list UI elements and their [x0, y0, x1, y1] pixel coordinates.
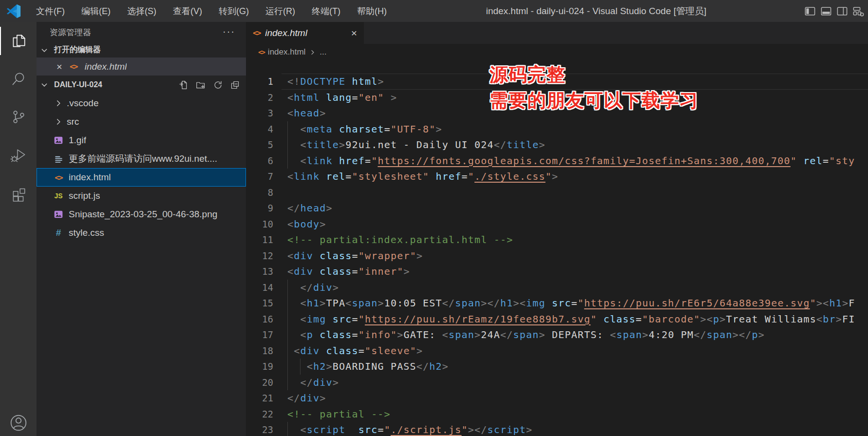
line-content: </div> — [282, 390, 868, 406]
code-line-19[interactable]: 19 <h2>BOARDING PASS</h2> — [246, 359, 868, 375]
line-number[interactable]: 14 — [246, 282, 282, 293]
line-number[interactable]: 13 — [246, 266, 282, 277]
line-number[interactable]: 2 — [246, 92, 282, 103]
run-debug-icon[interactable] — [0, 136, 37, 174]
line-number[interactable]: 21 — [246, 393, 282, 403]
line-content: <h1>TPA<span>10:05 EST</span></h1><img s… — [282, 295, 868, 311]
line-number[interactable]: 12 — [246, 250, 282, 261]
tree-item-1.gif[interactable]: 1.gif — [37, 131, 246, 150]
tree-item-index.html[interactable]: <>index.html — [37, 168, 246, 187]
code-line-23[interactable]: 23 <script src="./script.js"></script> — [246, 422, 868, 436]
line-number[interactable]: 9 — [246, 203, 282, 213]
open-editors-section[interactable]: 打开的编辑器 — [37, 42, 246, 57]
account-icon[interactable] — [0, 404, 37, 436]
code-line-20[interactable]: 20 </div> — [246, 375, 868, 391]
line-number[interactable]: 23 — [246, 424, 282, 435]
line-number[interactable]: 8 — [246, 187, 282, 198]
search-icon[interactable] — [0, 60, 37, 98]
code-line-22[interactable]: 22<!-- partial --> — [246, 406, 868, 422]
tab-strip: <> index.html × — [246, 22, 868, 44]
code-line-14[interactable]: 14 </div> — [246, 280, 868, 296]
code-line-11[interactable]: 11<!-- partial:index.partial.html --> — [246, 232, 868, 248]
code-line-9[interactable]: 9</head> — [246, 200, 868, 216]
code-editor[interactable]: 1<!DOCTYPE html>2<html lang="en" >3<head… — [246, 60, 868, 436]
code-line-12[interactable]: 12<div class="wrapper"> — [246, 248, 868, 264]
customize-layout-icon[interactable] — [852, 5, 864, 17]
menu-file[interactable]: 文件(F) — [29, 2, 72, 20]
extensions-icon[interactable] — [0, 174, 37, 212]
menu-view[interactable]: 查看(V) — [166, 2, 209, 20]
line-number[interactable]: 15 — [246, 298, 282, 308]
new-file-icon[interactable] — [178, 79, 189, 90]
line-number[interactable]: 5 — [246, 139, 282, 150]
code-line-18[interactable]: 18 <div class="sleeve"> — [246, 343, 868, 359]
line-number[interactable]: 18 — [246, 345, 282, 356]
toggle-sidebar-icon[interactable] — [804, 5, 816, 17]
tab-close-icon[interactable]: × — [351, 28, 357, 38]
tree-item-style.css[interactable]: #style.css — [37, 224, 246, 242]
menu-run[interactable]: 运行(R) — [258, 2, 302, 20]
tree-item-snipaste-2023-03-25-00-46-38.png[interactable]: Snipaste_2023-03-25_00-46-38.png — [37, 205, 246, 224]
code-line-17[interactable]: 17 <p class="info">GATE: <span>24A</span… — [246, 327, 868, 343]
project-label: DAILY-UI-024 — [54, 80, 102, 89]
breadcrumb-file[interactable]: index.html — [268, 47, 305, 57]
new-folder-icon[interactable] — [195, 79, 206, 90]
open-editor-label: index.html — [85, 61, 127, 72]
line-number[interactable]: 4 — [246, 124, 282, 134]
menu-edit[interactable]: 编辑(E) — [74, 2, 118, 20]
menu-goto[interactable]: 转到(G) — [211, 2, 256, 20]
code-line-4[interactable]: 4 <meta charset="UTF-8"> — [246, 121, 868, 137]
code-line-21[interactable]: 21</div> — [246, 390, 868, 406]
explorer-icon[interactable] — [0, 22, 37, 60]
toggle-secondary-sidebar-icon[interactable] — [836, 5, 848, 17]
explorer-more-actions-icon[interactable]: ··· — [223, 26, 235, 37]
line-number[interactable]: 20 — [246, 377, 282, 388]
chevron-right-icon — [309, 49, 316, 56]
open-editors-label: 打开的编辑器 — [54, 45, 101, 55]
source-control-icon[interactable] — [0, 98, 37, 136]
breadcrumb-more[interactable]: ... — [320, 47, 326, 57]
indent-guide — [287, 153, 288, 169]
collapse-all-icon[interactable] — [229, 79, 240, 90]
tab-index-html[interactable]: <> index.html × — [246, 22, 364, 44]
indent-guide — [287, 121, 288, 137]
tree-item-script.js[interactable]: JSscript.js — [37, 187, 246, 205]
tree-item-src[interactable]: src — [37, 113, 246, 131]
open-editor-item[interactable]: ×<>index.html — [37, 57, 246, 76]
line-number[interactable]: 17 — [246, 329, 282, 340]
line-content: </div> — [282, 280, 868, 296]
menu-help[interactable]: 帮助(H) — [350, 2, 394, 20]
line-number[interactable]: 6 — [246, 155, 282, 166]
line-number[interactable]: 7 — [246, 171, 282, 182]
line-number[interactable]: 10 — [246, 219, 282, 229]
code-line-16[interactable]: 16 <img src="https://puu.sh/rEamz/19fee8… — [246, 311, 868, 327]
code-line-8[interactable]: 8 — [246, 185, 868, 201]
code-line-13[interactable]: 13<div class="inner"> — [246, 264, 868, 280]
menu-terminal[interactable]: 终端(T) — [304, 2, 348, 20]
toggle-panel-icon[interactable] — [820, 5, 832, 17]
close-icon[interactable]: × — [57, 62, 62, 72]
code-line-5[interactable]: 5 <title>92ui.net - Daily UI 024</title> — [246, 137, 868, 153]
line-number[interactable]: 3 — [246, 108, 282, 118]
indent-guide — [287, 327, 288, 343]
window-title: index.html - daily-ui-024 - Visual Studi… — [486, 0, 707, 22]
code-line-15[interactable]: 15 <h1>TPA<span>10:05 EST</span></h1><im… — [246, 295, 868, 311]
editor-area: <> index.html × <> index.html ... 1<!DOC… — [246, 22, 868, 436]
tree-item-.vscode[interactable]: .vscode — [37, 94, 246, 113]
code-line-6[interactable]: 6 <link href="https://fonts.googleapis.c… — [246, 153, 868, 169]
line-number[interactable]: 19 — [246, 361, 282, 372]
css-file-icon: # — [53, 227, 64, 238]
refresh-icon[interactable] — [212, 79, 223, 90]
tree-item--www.92ui.net....[interactable]: 更多前端源码请访问www.92ui.net.... — [37, 150, 246, 168]
menu-selection[interactable]: 选择(S) — [120, 2, 164, 20]
line-number[interactable]: 11 — [246, 234, 282, 245]
line-number[interactable]: 22 — [246, 409, 282, 419]
line-number[interactable]: 1 — [246, 76, 282, 87]
line-number[interactable]: 16 — [246, 314, 282, 324]
line-content: <link href="https://fonts.googleapis.com… — [282, 153, 868, 169]
code-line-10[interactable]: 10<body> — [246, 216, 868, 232]
project-section[interactable]: DAILY-UI-024 — [37, 76, 246, 94]
project-actions — [178, 76, 240, 94]
line-content: <div class="inner"> — [282, 264, 868, 280]
code-line-7[interactable]: 7<link rel="stylesheet" href="./style.cs… — [246, 169, 868, 185]
